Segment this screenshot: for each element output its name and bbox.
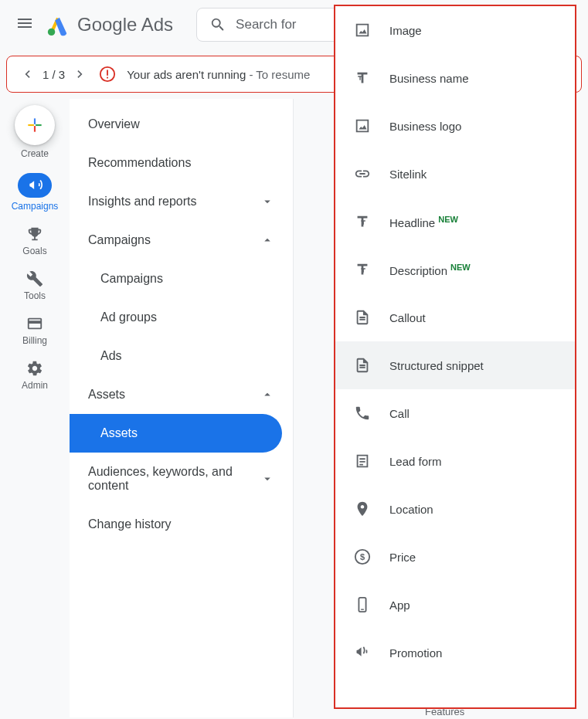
menu-sitelink[interactable]: Sitelink — [335, 150, 575, 198]
menu-call[interactable]: Call — [335, 389, 575, 437]
link-icon — [354, 165, 371, 182]
megaphone-icon — [27, 178, 42, 193]
logo[interactable]: Google Ads — [46, 13, 173, 36]
chevron-down-icon — [260, 472, 274, 486]
nav-audiences[interactable]: Audiences, keywords, and content — [70, 453, 293, 505]
hamburger-icon[interactable] — [15, 14, 34, 36]
form-icon — [354, 453, 371, 470]
document-icon — [354, 309, 371, 326]
dollar-icon: $ — [354, 548, 371, 565]
rail-admin[interactable]: Admin — [22, 360, 48, 391]
location-icon — [354, 500, 371, 517]
menu-description[interactable]: DescriptionNEW — [335, 246, 575, 293]
nav-recommendations[interactable]: Recommendations — [70, 144, 293, 182]
nav-insights[interactable]: Insights and reports — [70, 182, 293, 221]
google-ads-logo-icon — [46, 13, 70, 36]
menu-callout[interactable]: Callout — [335, 293, 575, 341]
trophy-icon — [26, 226, 43, 242]
nav-ads[interactable]: Ads — [70, 337, 293, 375]
new-badge: NEW — [438, 215, 458, 224]
alert-pagination: 1 / 3 — [19, 66, 88, 82]
tools-icon — [26, 270, 43, 287]
image-icon — [354, 22, 371, 39]
chevron-right-icon[interactable] — [73, 66, 88, 82]
rail-billing[interactable]: Billing — [22, 315, 47, 346]
megaphone-icon — [354, 644, 371, 661]
image-icon — [354, 117, 371, 134]
nav-assets-sub[interactable]: Assets — [70, 414, 282, 453]
nav-campaigns[interactable]: Campaigns — [70, 221, 293, 259]
rail-tools[interactable]: Tools — [24, 270, 46, 301]
menu-image[interactable]: Image — [335, 6, 575, 54]
rail-goals[interactable]: Goals — [22, 226, 46, 256]
nav-campaigns-sub[interactable]: Campaigns — [70, 259, 293, 298]
chevron-up-icon — [260, 233, 274, 247]
menu-lead-form[interactable]: Lead form — [335, 437, 575, 485]
phone-icon — [354, 405, 371, 422]
svg-rect-7 — [361, 609, 364, 610]
chevron-up-icon — [260, 388, 274, 402]
rail-campaigns[interactable]: Campaigns — [12, 173, 59, 212]
menu-business-logo[interactable]: Business logo — [335, 102, 575, 150]
menu-structured-snippet[interactable]: Structured snippet — [335, 341, 575, 389]
chevron-left-icon[interactable] — [19, 66, 35, 82]
menu-app[interactable]: App — [335, 581, 575, 629]
left-rail: Create Campaigns Goals Tools Billing Adm… — [0, 99, 70, 717]
nav-overview[interactable]: Overview — [70, 105, 293, 144]
create-button[interactable]: Create — [15, 105, 55, 159]
side-nav: Overview Recommendations Insights and re… — [70, 99, 294, 717]
svg-point-0 — [48, 29, 55, 36]
svg-rect-2 — [107, 70, 108, 76]
alert-icon — [99, 66, 116, 83]
nav-assets[interactable]: Assets — [70, 375, 293, 414]
gear-icon — [26, 360, 43, 377]
svg-rect-3 — [107, 77, 108, 79]
nav-change-history[interactable]: Change history — [70, 505, 293, 544]
text-icon — [354, 70, 371, 86]
logo-text: Google Ads — [77, 14, 173, 36]
asset-type-menu: Image Business name Business logo Siteli… — [334, 5, 576, 709]
search-icon — [209, 16, 226, 33]
new-badge: NEW — [450, 263, 471, 272]
text-icon — [354, 261, 371, 278]
credit-card-icon — [26, 315, 43, 332]
alert-text: Your ads aren't running - To resume — [127, 68, 310, 81]
svg-text:$: $ — [360, 552, 365, 561]
menu-headline[interactable]: HeadlineNEW — [335, 198, 575, 246]
text-icon — [354, 213, 371, 230]
document-icon — [354, 357, 371, 374]
alert-counter: 1 / 3 — [42, 68, 65, 81]
menu-promotion[interactable]: Promotion — [335, 629, 575, 677]
menu-price[interactable]: $ Price — [335, 533, 575, 581]
nav-ad-groups[interactable]: Ad groups — [70, 298, 293, 337]
plus-icon — [25, 115, 45, 135]
search-placeholder: Search for — [236, 17, 296, 32]
phone-device-icon — [354, 596, 371, 613]
chevron-down-icon — [260, 195, 274, 209]
menu-location[interactable]: Location — [335, 485, 575, 533]
menu-business-name[interactable]: Business name — [335, 54, 575, 102]
